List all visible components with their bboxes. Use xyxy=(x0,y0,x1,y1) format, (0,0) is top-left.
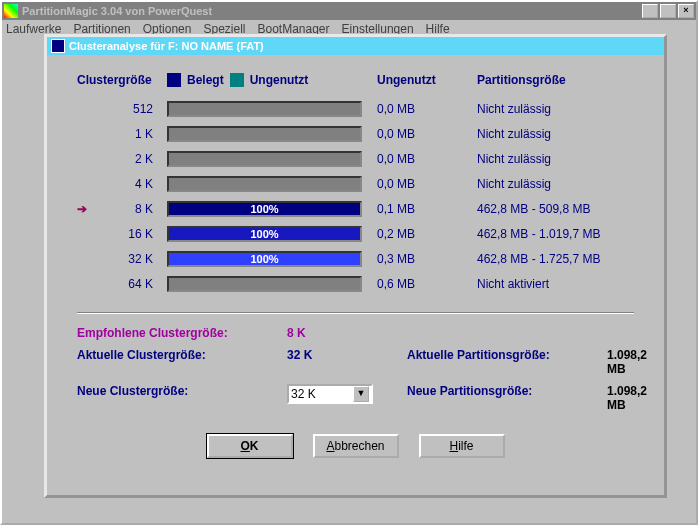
dialog-content: Clustergröße Belegt Ungenutzt Ungenutzt … xyxy=(47,55,664,466)
new-cluster-combo-cell: ▼ xyxy=(287,384,407,412)
usage-bar xyxy=(167,101,362,117)
partition-size-value: 462,8 MB - 509,8 MB xyxy=(477,202,637,216)
new-cluster-combo[interactable]: ▼ xyxy=(287,384,373,404)
ok-button[interactable]: OK xyxy=(207,434,293,458)
cluster-size-label: 1 K xyxy=(97,127,167,141)
new-cluster-label: Neue Clustergröße: xyxy=(77,384,287,412)
current-partition-value: 1.098,2 MB xyxy=(607,348,647,376)
maximize-button[interactable] xyxy=(660,4,676,18)
partition-size-value: 462,8 MB - 1.725,7 MB xyxy=(477,252,637,266)
usage-bar: 100% xyxy=(167,201,362,217)
cluster-row[interactable]: 5120,0 MBNicht zulässig xyxy=(77,97,634,121)
cluster-row[interactable]: 16 K100%0,2 MB462,8 MB - 1.019,7 MB xyxy=(77,222,634,246)
combo-dropdown-button[interactable]: ▼ xyxy=(353,386,369,402)
unused-value: 0,3 MB xyxy=(377,252,477,266)
usage-bar: 100% xyxy=(167,226,362,242)
app-icon xyxy=(4,4,18,18)
unused-value: 0,0 MB xyxy=(377,177,477,191)
legend-ungenutzt: Ungenutzt xyxy=(250,73,309,87)
cluster-row[interactable]: 1 K0,0 MBNicht zulässig xyxy=(77,122,634,146)
header-clustersize: Clustergröße xyxy=(77,73,167,87)
unused-value: 0,2 MB xyxy=(377,227,477,241)
legend: Belegt Ungenutzt xyxy=(167,73,377,87)
cluster-row[interactable]: 64 K0,6 MBNicht aktiviert xyxy=(77,272,634,296)
legend-belegt: Belegt xyxy=(187,73,224,87)
usage-bar xyxy=(167,126,362,142)
cluster-size-label: 512 xyxy=(97,102,167,116)
cluster-row[interactable]: ➔8 K100%0,1 MB462,8 MB - 509,8 MB xyxy=(77,197,634,221)
unused-value: 0,0 MB xyxy=(377,102,477,116)
swatch-belegt-icon xyxy=(167,73,181,87)
usage-bar xyxy=(167,176,362,192)
ok-label: K xyxy=(250,439,259,453)
usage-bar xyxy=(167,151,362,167)
info-grid: Empfohlene Clustergröße: 8 K Aktuelle Cl… xyxy=(77,326,634,412)
dialog-titlebar: Clusteranalyse für F: NO NAME (FAT) xyxy=(47,37,664,55)
partition-size-value: Nicht zulässig xyxy=(477,127,637,141)
unused-value: 0,0 MB xyxy=(377,127,477,141)
new-partition-label: Neue Partitionsgröße: xyxy=(407,384,607,412)
current-partition-label: Aktuelle Partitionsgröße: xyxy=(407,348,607,376)
cluster-size-label: 4 K xyxy=(97,177,167,191)
current-cluster-label: Aktuelle Clustergröße: xyxy=(77,348,287,376)
help-button[interactable]: Hilfe xyxy=(419,434,505,458)
usage-bar xyxy=(167,276,362,292)
new-partition-value: 1.098,2 MB xyxy=(607,384,647,412)
partition-size-value: 462,8 MB - 1.019,7 MB xyxy=(477,227,637,241)
recommended-value: 8 K xyxy=(287,326,407,340)
cluster-row[interactable]: 32 K100%0,3 MB462,8 MB - 1.725,7 MB xyxy=(77,247,634,271)
close-button[interactable]: × xyxy=(678,4,694,18)
usage-bar-fill: 100% xyxy=(169,253,360,265)
partition-size-value: Nicht aktiviert xyxy=(477,277,637,291)
swatch-ungenutzt-icon xyxy=(230,73,244,87)
dialog-title-text: Clusteranalyse für F: NO NAME (FAT) xyxy=(69,40,264,52)
cluster-row[interactable]: 2 K0,0 MBNicht zulässig xyxy=(77,147,634,171)
cancel-button[interactable]: Abbrechen xyxy=(313,434,399,458)
unused-value: 0,6 MB xyxy=(377,277,477,291)
usage-bar-fill: 100% xyxy=(169,228,360,240)
new-cluster-input[interactable] xyxy=(289,386,353,402)
partition-size-value: Nicht zulässig xyxy=(477,152,637,166)
usage-bar-fill: 100% xyxy=(169,203,360,215)
header-ungenutzt: Ungenutzt xyxy=(377,73,477,87)
column-headers: Clustergröße Belegt Ungenutzt Ungenutzt … xyxy=(77,73,634,87)
partition-size-value: Nicht zulässig xyxy=(477,102,637,116)
cluster-row[interactable]: 4 K0,0 MBNicht zulässig xyxy=(77,172,634,196)
usage-bar: 100% xyxy=(167,251,362,267)
dialog-icon xyxy=(51,39,65,53)
main-title-text: PartitionMagic 3.04 von PowerQuest xyxy=(22,5,212,17)
cluster-rows: 5120,0 MBNicht zulässig1 K0,0 MBNicht zu… xyxy=(77,97,634,296)
main-titlebar: PartitionMagic 3.04 von PowerQuest × xyxy=(2,2,696,20)
unused-value: 0,0 MB xyxy=(377,152,477,166)
partition-size-value: Nicht zulässig xyxy=(477,177,637,191)
header-partsize: Partitionsgröße xyxy=(477,73,637,87)
cluster-size-label: 64 K xyxy=(97,277,167,291)
button-bar: OK Abbrechen Hilfe xyxy=(77,434,634,458)
cluster-analysis-dialog: Clusteranalyse für F: NO NAME (FAT) Clus… xyxy=(44,34,667,498)
current-cluster-value: 32 K xyxy=(287,348,407,376)
unused-value: 0,1 MB xyxy=(377,202,477,216)
recommended-label: Empfohlene Clustergröße: xyxy=(77,326,287,340)
minimize-button[interactable] xyxy=(642,4,658,18)
cluster-size-label: 8 K xyxy=(97,202,167,216)
divider xyxy=(77,312,634,314)
main-window: PartitionMagic 3.04 von PowerQuest × Lau… xyxy=(0,0,698,525)
cluster-size-label: 2 K xyxy=(97,152,167,166)
cluster-size-label: 16 K xyxy=(97,227,167,241)
current-arrow-icon: ➔ xyxy=(77,202,97,216)
cluster-size-label: 32 K xyxy=(97,252,167,266)
window-controls: × xyxy=(642,4,694,18)
